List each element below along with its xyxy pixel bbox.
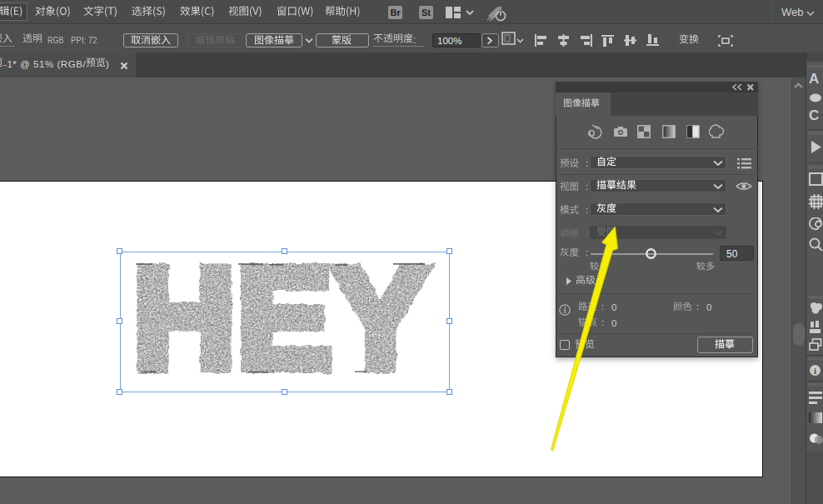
svg-text:i: i — [814, 366, 816, 376]
